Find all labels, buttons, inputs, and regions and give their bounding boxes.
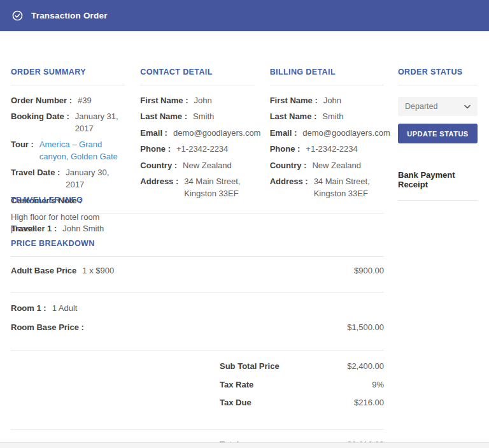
booking-date-row: Booking Date : January 31, 2017: [11, 111, 125, 134]
field-label: Email :: [140, 127, 167, 139]
tax-due-row: Tax Due $216.00: [11, 397, 384, 408]
field-value: Smith: [193, 111, 214, 122]
price-label: Room Base Price :: [11, 322, 84, 333]
order-summary-section: ORDER SUMMARY Order Number : #39 Booking…: [11, 68, 125, 196]
price-summary-block: Sub Total Price $2,400.00 Tax Rate 9% Ta…: [11, 350, 384, 421]
detail-columns: ORDER SUMMARY Order Number : #39 Booking…: [11, 68, 384, 196]
billing-detail-heading: BILLING DETAIL: [270, 68, 384, 77]
last-name-row: Last Name : Smith: [270, 111, 384, 122]
billing-detail-section: BILLING DETAIL First Name : John Last Na…: [270, 68, 384, 196]
field-value: January 31, 2017: [75, 111, 125, 134]
travel-date-row: Travel Date : January 30, 2017: [11, 167, 125, 191]
content-area: ORDER SUMMARY Order Number : #39 Booking…: [0, 31, 489, 448]
field-value: demo@goodlayers.com: [173, 127, 260, 139]
divider: [270, 85, 384, 85]
bank-payment-receipt-heading: Bank Payment Receipt: [398, 170, 478, 189]
email-row: Email : demo@goodlayers.com: [270, 127, 384, 139]
update-status-button[interactable]: UPDATE STATUS: [398, 124, 478, 143]
field-value: #39: [78, 95, 92, 106]
price-detail: 1 Adult: [52, 303, 78, 314]
contact-detail-section: CONTACT DETAIL First Name : John Last Na…: [140, 68, 254, 196]
page-title: Transaction Order: [31, 11, 108, 20]
field-label: Email :: [270, 127, 297, 139]
address-row: Address : 34 Main Street, Kingston 33EF: [270, 176, 384, 199]
price-amount: $216.00: [354, 397, 384, 408]
divider: [11, 85, 125, 85]
field-value: +1-2342-2234: [176, 143, 228, 155]
field-label: Last Name :: [140, 111, 187, 122]
chevron-down-icon: [464, 105, 471, 109]
field-label: Phone :: [140, 143, 171, 155]
price-label: Tax Due: [220, 397, 252, 408]
field-value: 34 Main Street, Kingston 33EF: [184, 176, 254, 199]
price-label: Tax Rate: [220, 379, 253, 391]
country-row: Country : New Zealand: [140, 160, 254, 171]
tour-link[interactable]: America – Grand canyon, Golden Gate: [39, 139, 125, 163]
status-select[interactable]: Departed: [398, 97, 478, 116]
field-value: New Zealand: [312, 160, 361, 171]
price-amount: $900.00: [354, 266, 384, 275]
price-amount: 9%: [372, 379, 384, 391]
divider: [398, 85, 478, 85]
divider: [140, 85, 254, 85]
field-label: Order Number :: [11, 95, 72, 106]
country-row: Country : New Zealand: [270, 160, 384, 171]
order-status-heading: ORDER STATUS: [398, 68, 478, 77]
field-label: Address :: [140, 176, 178, 199]
field-value: 34 Main Street, Kingston 33EF: [314, 176, 384, 199]
price-detail: 1 x $900: [82, 266, 114, 275]
app-header: Transaction Order: [0, 0, 489, 31]
first-name-row: First Name : John: [140, 95, 254, 106]
field-label: Tour :: [11, 139, 34, 163]
field-value: John: [323, 95, 341, 106]
room-block: Room 1 : 1 Adult Room Base Price : $1,50…: [11, 293, 384, 342]
phone-row: Phone : +1-2342-2234: [140, 143, 254, 155]
adult-base-price-row: Adult Base Price 1 x $900 $900.00: [11, 257, 384, 284]
field-label: Country :: [270, 160, 307, 171]
field-value: January 30, 2017: [66, 167, 125, 191]
field-value: John Smith: [62, 223, 104, 235]
main-column: ORDER SUMMARY Order Number : #39 Booking…: [11, 68, 384, 448]
page-bottom-strip: [0, 442, 489, 448]
price-amount: $2,400.00: [347, 361, 384, 372]
field-value: Smith: [322, 111, 343, 122]
traveller-row: Traveller 1 : John Smith: [11, 223, 384, 235]
field-value: demo@goodlayers.com: [302, 127, 390, 139]
subtotal-row: Sub Total Price $2,400.00: [11, 361, 384, 372]
price-label: Room 1 :: [11, 303, 46, 314]
price-amount: $1,500.00: [347, 322, 384, 333]
field-label: First Name :: [140, 95, 188, 106]
first-name-row: First Name : John: [270, 95, 384, 106]
address-row: Address : 34 Main Street, Kingston 33EF: [140, 176, 254, 199]
field-label: Address :: [270, 176, 308, 199]
contact-detail-heading: CONTACT DETAIL: [140, 68, 254, 77]
price-breakdown-section: PRICE BREAKDOWN Adult Base Price 1 x $90…: [11, 239, 384, 448]
field-label: Traveller 1 :: [11, 223, 57, 235]
field-label: Travel Date :: [11, 167, 60, 191]
field-value: John: [194, 95, 211, 106]
room-row: Room 1 : 1 Adult: [11, 303, 384, 314]
order-status-sidebar: ORDER STATUS Departed UPDATE STATUS Bank…: [398, 68, 478, 448]
order-number-row: Order Number : #39: [11, 95, 125, 106]
phone-row: Phone : +1-2342-2234: [270, 143, 384, 155]
field-label: Country :: [140, 160, 177, 171]
field-label: First Name :: [270, 95, 318, 106]
price-label: Sub Total Price: [220, 361, 280, 372]
field-label: Booking Date :: [11, 111, 69, 134]
status-selected-value: Departed: [405, 102, 437, 111]
tax-rate-row: Tax Rate 9%: [11, 379, 384, 391]
price-breakdown-heading: PRICE BREAKDOWN: [11, 239, 384, 249]
email-row: Email : demo@goodlayers.com: [140, 127, 254, 139]
tour-row: Tour : America – Grand canyon, Golden Ga…: [11, 139, 125, 163]
field-label: Phone :: [270, 143, 301, 155]
order-summary-heading: ORDER SUMMARY: [11, 68, 125, 77]
price-label: Adult Base Price: [11, 266, 76, 275]
room-base-price-row: Room Base Price : $1,500.00: [11, 322, 384, 333]
field-value: +1-2342-2234: [306, 143, 357, 155]
divider: [398, 200, 478, 201]
check-circle-icon: [12, 10, 23, 21]
last-name-row: Last Name : Smith: [140, 111, 254, 122]
field-value: New Zealand: [183, 160, 232, 171]
field-label: Last Name :: [270, 111, 317, 122]
